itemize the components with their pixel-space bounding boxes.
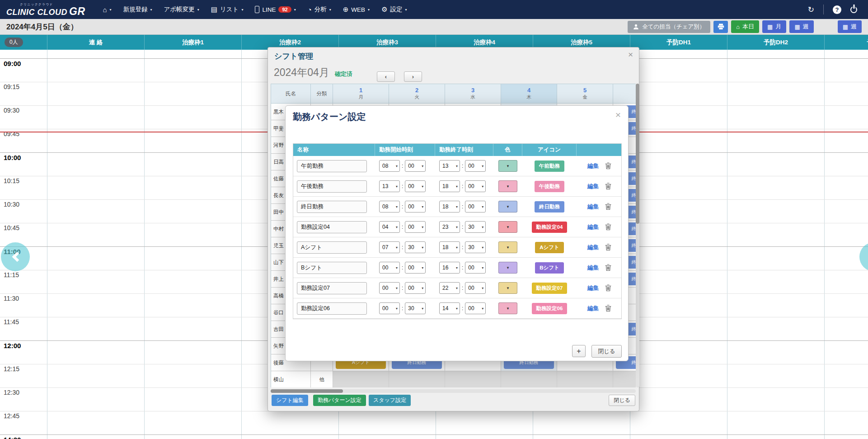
start-hour-select[interactable]: 07▾ xyxy=(379,241,400,253)
shift-cell[interactable] xyxy=(333,371,389,387)
pattern-modal-close-icon[interactable]: × xyxy=(615,110,621,119)
edit-pattern-link[interactable]: 編集 xyxy=(587,223,599,231)
color-select[interactable]: ▾ xyxy=(498,241,517,253)
next-month-button[interactable]: › xyxy=(404,71,422,82)
pattern-name-input[interactable] xyxy=(297,201,367,213)
nav-item-line[interactable]: LINE92▾ xyxy=(249,0,301,19)
start-hour-select[interactable]: 00▾ xyxy=(379,302,400,314)
day-number-link[interactable]: 2 xyxy=(415,87,418,94)
day-number-link[interactable]: 1 xyxy=(359,87,362,94)
pattern-modal-close-button[interactable]: 閉じる xyxy=(591,345,622,358)
end-hour-select[interactable]: 18▾ xyxy=(439,241,460,253)
start-minute-select[interactable]: 00▾ xyxy=(405,180,426,192)
app-logo[interactable]: クリニッククラウド CLINIC CLOUD GR xyxy=(6,3,85,17)
end-minute-select[interactable]: 00▾ xyxy=(465,201,486,212)
vertical-scrollbar-thumb[interactable] xyxy=(636,84,639,224)
print-button[interactable] xyxy=(713,21,728,33)
shift-edit-button[interactable]: シフト編集 xyxy=(272,395,308,406)
start-hour-select[interactable]: 13▾ xyxy=(379,180,400,192)
delete-pattern-button[interactable] xyxy=(605,264,611,271)
delete-pattern-button[interactable] xyxy=(605,223,611,231)
shift-cell[interactable] xyxy=(389,371,445,387)
shift-modal-close-icon[interactable]: × xyxy=(628,50,633,59)
color-select[interactable]: ▾ xyxy=(498,160,517,172)
start-minute-select[interactable]: 00▾ xyxy=(405,221,426,233)
end-hour-select[interactable]: 22▾ xyxy=(439,282,460,294)
edit-pattern-link[interactable]: 編集 xyxy=(587,183,599,190)
start-minute-select[interactable]: 30▾ xyxy=(405,241,426,253)
delete-pattern-button[interactable] xyxy=(605,244,611,251)
delete-pattern-button[interactable] xyxy=(605,183,611,190)
color-select[interactable]: ▾ xyxy=(498,282,517,294)
shift-cell[interactable] xyxy=(501,371,557,387)
end-minute-select[interactable]: 00▾ xyxy=(465,302,486,314)
start-hour-select[interactable]: 00▾ xyxy=(379,262,400,274)
end-minute-select[interactable]: 00▾ xyxy=(465,262,486,274)
shift-cell[interactable] xyxy=(613,371,636,387)
color-select[interactable]: ▾ xyxy=(498,302,517,314)
end-minute-select[interactable]: 00▾ xyxy=(465,160,486,172)
edit-pattern-link[interactable]: 編集 xyxy=(587,305,599,312)
color-select[interactable]: ▾ xyxy=(498,201,517,212)
day-number-link[interactable]: 3 xyxy=(471,87,474,94)
start-minute-select[interactable]: 30▾ xyxy=(405,302,426,314)
edit-pattern-link[interactable]: 編集 xyxy=(587,284,599,292)
nav-item-settings[interactable]: ⚙設定▾ xyxy=(375,0,413,19)
pattern-name-input[interactable] xyxy=(297,180,367,193)
end-hour-select[interactable]: 16▾ xyxy=(439,262,460,274)
view-button-week[interactable]: ▦週 xyxy=(789,20,813,33)
nav-item-analysis[interactable]: ◔分析▾ xyxy=(302,0,337,19)
edit-pattern-link[interactable]: 編集 xyxy=(587,162,599,170)
view-button-week-2[interactable]: ▦週 xyxy=(838,20,862,33)
horizontal-scrollbar-thumb[interactable] xyxy=(271,389,343,393)
previous-page-arrow[interactable] xyxy=(1,242,30,271)
start-minute-select[interactable]: 00▾ xyxy=(405,160,426,172)
pattern-name-input[interactable] xyxy=(297,160,367,172)
refresh-icon[interactable]: ↻ xyxy=(808,5,814,14)
start-minute-select[interactable]: 00▾ xyxy=(405,282,426,294)
end-hour-select[interactable]: 18▾ xyxy=(439,201,460,212)
previous-month-button[interactable]: ‹ xyxy=(377,71,395,82)
color-select[interactable]: ▾ xyxy=(498,180,517,192)
pattern-name-input[interactable] xyxy=(297,302,367,315)
end-minute-select[interactable]: 30▾ xyxy=(465,221,486,233)
delete-pattern-button[interactable] xyxy=(605,305,611,312)
start-minute-select[interactable]: 00▾ xyxy=(405,201,426,212)
help-icon[interactable]: ? xyxy=(833,5,841,14)
end-minute-select[interactable]: 00▾ xyxy=(465,180,486,192)
edit-pattern-link[interactable]: 編集 xyxy=(587,203,599,211)
view-button-today[interactable]: ⌂本日 xyxy=(731,20,759,33)
edit-pattern-link[interactable]: 編集 xyxy=(587,264,599,272)
delete-pattern-button[interactable] xyxy=(605,203,611,210)
end-minute-select[interactable]: 30▾ xyxy=(465,241,486,253)
color-select[interactable]: ▾ xyxy=(498,262,517,274)
end-hour-select[interactable]: 13▾ xyxy=(439,160,460,172)
shift-modal-close-button[interactable]: 閉じる xyxy=(609,395,635,406)
edit-pattern-link[interactable]: 編集 xyxy=(587,244,599,251)
end-hour-select[interactable]: 14▾ xyxy=(439,302,460,314)
pattern-name-input[interactable] xyxy=(297,221,367,233)
staff-settings-button[interactable]: スタッフ設定 xyxy=(369,395,411,406)
delete-pattern-button[interactable] xyxy=(605,284,611,292)
power-icon[interactable] xyxy=(850,6,857,13)
day-number-link[interactable]: 4 xyxy=(527,87,530,94)
end-minute-select[interactable]: 00▾ xyxy=(465,282,486,294)
pattern-name-input[interactable] xyxy=(297,241,367,254)
nav-item-appointment-change[interactable]: アポ帳変更▾ xyxy=(158,0,205,19)
nav-item-web[interactable]: ⊕WEB▾ xyxy=(337,0,375,19)
end-hour-select[interactable]: 18▾ xyxy=(439,180,460,192)
staff-filter-button[interactable]: 全ての担当（チェア別） xyxy=(628,21,710,33)
color-select[interactable]: ▾ xyxy=(498,221,517,233)
shift-cell[interactable] xyxy=(557,371,613,387)
nav-item-home[interactable]: ⌂▾ xyxy=(97,0,117,19)
delete-pattern-button[interactable] xyxy=(605,162,611,170)
nav-item-new-registration[interactable]: 新規登録▾ xyxy=(117,0,158,19)
start-hour-select[interactable]: 08▾ xyxy=(379,160,400,172)
pattern-name-input[interactable] xyxy=(297,262,367,274)
pattern-name-input[interactable] xyxy=(297,282,367,294)
day-number-link[interactable]: 5 xyxy=(583,87,586,94)
pattern-settings-button[interactable]: 勤務パターン設定 xyxy=(313,395,366,406)
start-hour-select[interactable]: 08▾ xyxy=(379,201,400,212)
view-button-month[interactable]: ▦月 xyxy=(762,20,786,33)
start-hour-select[interactable]: 04▾ xyxy=(379,221,400,233)
